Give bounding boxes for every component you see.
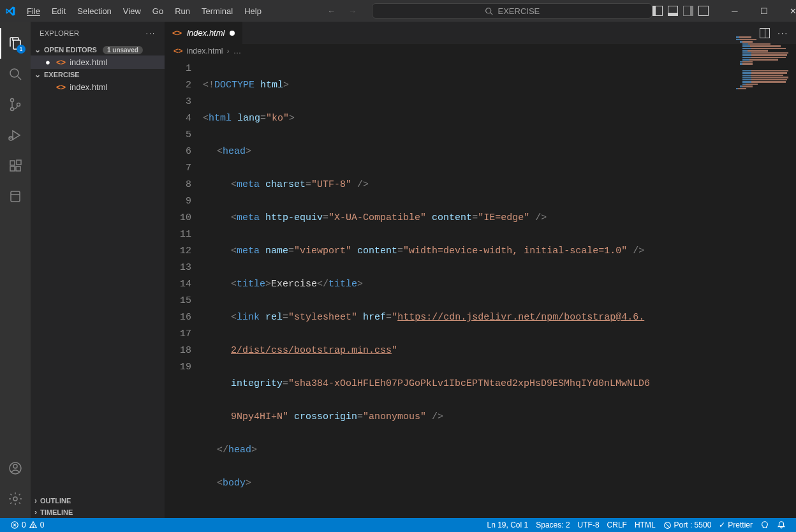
status-encoding[interactable]: UTF-8 xyxy=(574,521,603,529)
layout-controls xyxy=(652,6,709,16)
minimize-button[interactable]: ─ xyxy=(720,0,749,22)
nav-forward-icon[interactable]: → xyxy=(348,6,357,16)
workspace-header[interactable]: ⌄ EXERCISE xyxy=(31,69,165,80)
nav-back-icon[interactable]: ← xyxy=(327,6,335,16)
svg-line-1 xyxy=(490,12,492,14)
menu-help[interactable]: Help xyxy=(239,4,267,18)
sidebar-header: EXPLORER ··· xyxy=(31,22,165,44)
svg-rect-10 xyxy=(10,166,15,171)
svg-rect-9 xyxy=(10,161,15,165)
menu-file[interactable]: File xyxy=(22,4,45,18)
html-file-icon: <> xyxy=(173,47,183,55)
layout-custom-icon[interactable] xyxy=(698,6,709,16)
file-item[interactable]: <> index.html xyxy=(31,80,165,94)
svg-line-24 xyxy=(665,523,670,528)
breadcrumbs[interactable]: <> index.html › … xyxy=(165,44,796,58)
open-editors-label: OPEN EDITORS xyxy=(44,46,97,54)
activity-source-control[interactable] xyxy=(0,89,31,120)
file-item-label: index.html xyxy=(70,82,107,92)
menu-run[interactable]: Run xyxy=(170,4,195,18)
command-center[interactable]: EXERCISE xyxy=(372,3,652,18)
status-errors[interactable]: 0 0 xyxy=(6,518,48,532)
chevron-down-icon: ⌄ xyxy=(34,70,41,79)
svg-marker-7 xyxy=(13,131,20,140)
activity-bar: 1 xyxy=(0,22,31,518)
activity-account[interactable] xyxy=(0,453,31,484)
explorer-badge: 1 xyxy=(17,45,26,54)
html-file-icon: <> xyxy=(56,57,66,67)
layout-bottom-icon[interactable] xyxy=(668,6,678,16)
menu-terminal[interactable]: Terminal xyxy=(196,4,238,18)
breadcrumb-file: index.html xyxy=(187,47,223,55)
more-actions-icon[interactable]: ··· xyxy=(778,28,788,38)
menu-view[interactable]: View xyxy=(118,4,146,18)
workspace-label: EXERCISE xyxy=(44,71,80,78)
svg-point-6 xyxy=(17,103,20,107)
status-eol[interactable]: CRLF xyxy=(603,521,631,529)
tab-actions: ··· xyxy=(752,22,796,44)
svg-point-17 xyxy=(13,497,17,501)
sidebar-more-icon[interactable]: ··· xyxy=(146,29,156,37)
menu-go[interactable]: Go xyxy=(147,4,168,18)
activity-search[interactable] xyxy=(0,59,31,89)
chevron-right-icon: › xyxy=(34,508,37,517)
editor-area: <> index.html ··· <> index.html › … 1234… xyxy=(165,22,796,518)
editor-tabs: <> index.html ··· xyxy=(165,22,796,44)
outline-header[interactable]: › OUTLINE xyxy=(31,495,165,506)
status-spaces[interactable]: Spaces: 2 xyxy=(532,521,573,529)
svg-point-16 xyxy=(13,464,17,468)
search-text: EXERCISE xyxy=(498,6,540,16)
activity-explorer[interactable]: 1 xyxy=(0,28,31,59)
open-editors-header[interactable]: ⌄ OPEN EDITORS 1 unsaved xyxy=(31,44,165,55)
check-icon: ✓ xyxy=(719,521,725,529)
sidebar-title: EXPLORER xyxy=(40,29,79,37)
dirty-indicator-icon xyxy=(230,31,235,36)
svg-point-4 xyxy=(11,99,14,102)
maximize-button[interactable]: ☐ xyxy=(749,0,779,22)
line-numbers: 12345678910111213141516171819 xyxy=(165,58,203,518)
activity-extensions[interactable] xyxy=(0,151,31,181)
status-prettier[interactable]: ✓ Prettier xyxy=(715,521,756,529)
svg-point-5 xyxy=(11,108,14,111)
status-bar: 0 0 Ln 19, Col 1 Spaces: 2 UTF-8 CRLF HT… xyxy=(0,518,796,532)
svg-rect-13 xyxy=(11,191,20,202)
status-ln-col[interactable]: Ln 19, Col 1 xyxy=(483,521,532,529)
code-content[interactable]: <!DOCTYPE html> <html lang="ko"> <head> … xyxy=(203,58,796,518)
svg-rect-12 xyxy=(17,160,21,165)
status-notifications[interactable] xyxy=(773,521,790,529)
chevron-down-icon: ⌄ xyxy=(34,45,41,54)
activity-debug[interactable] xyxy=(0,120,31,151)
code-editor[interactable]: 12345678910111213141516171819 <!DOCTYPE … xyxy=(165,58,796,518)
close-button[interactable]: ✕ xyxy=(779,0,796,22)
status-port[interactable]: Port : 5500 xyxy=(660,521,716,529)
svg-point-0 xyxy=(485,8,490,13)
tab-index-html[interactable]: <> index.html xyxy=(165,22,243,44)
dirty-dot-icon: ● xyxy=(43,57,52,67)
timeline-header[interactable]: › TIMELINE xyxy=(31,506,165,518)
layout-right-icon[interactable] xyxy=(683,6,693,16)
layout-left-icon[interactable] xyxy=(652,6,663,16)
breadcrumb-separator: › xyxy=(227,47,230,55)
breadcrumb-more: … xyxy=(233,47,242,55)
timeline-label: TIMELINE xyxy=(40,508,73,516)
svg-point-22 xyxy=(33,527,33,528)
svg-rect-11 xyxy=(16,166,20,171)
menu-selection[interactable]: Selection xyxy=(72,4,116,18)
activity-settings[interactable] xyxy=(0,484,31,514)
nav-arrows: ← → xyxy=(327,6,357,16)
menu-bar: File Edit Selection View Go Run Terminal… xyxy=(22,4,267,18)
chevron-right-icon: › xyxy=(34,496,37,505)
vscode-logo-icon xyxy=(5,6,15,16)
titlebar: File Edit Selection View Go Run Terminal… xyxy=(0,0,796,22)
svg-line-3 xyxy=(18,77,21,80)
split-editor-icon[interactable] xyxy=(760,28,770,38)
activity-remote[interactable] xyxy=(0,181,31,212)
status-feedback[interactable] xyxy=(756,521,773,529)
menu-edit[interactable]: Edit xyxy=(47,4,71,18)
tab-label: index.html xyxy=(187,28,225,38)
unsaved-badge: 1 unsaved xyxy=(103,46,143,54)
open-editor-item[interactable]: ● <> index.html xyxy=(31,55,165,69)
sidebar: EXPLORER ··· ⌄ OPEN EDITORS 1 unsaved ● … xyxy=(31,22,165,518)
open-editor-label: index.html xyxy=(70,57,107,67)
status-language[interactable]: HTML xyxy=(631,521,660,529)
